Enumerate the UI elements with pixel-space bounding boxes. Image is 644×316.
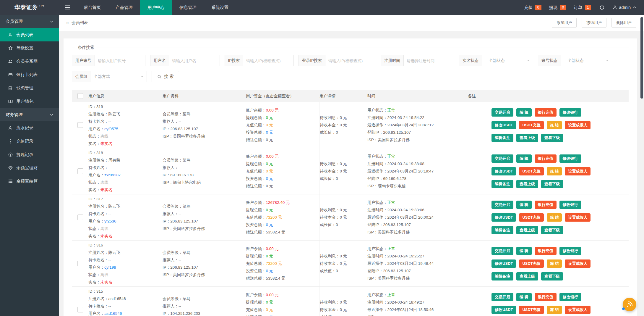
view-downline-button[interactable]: 查看下级: [541, 272, 563, 280]
withdraw-total[interactable]: 0 元: [266, 208, 273, 212]
edit-button[interactable]: 编 辑: [516, 247, 532, 255]
nav-stat-orders[interactable]: 订单 1: [574, 5, 591, 10]
nav-item-products[interactable]: 产品管理: [108, 0, 140, 15]
invest-total[interactable]: 0 元: [266, 315, 273, 316]
recharge-total[interactable]: 73200 元: [266, 261, 282, 266]
sidebar-item-bank-card-list[interactable]: 银行卡列表: [0, 68, 59, 81]
trade-open-button[interactable]: 交易开启: [491, 108, 513, 117]
edit-bank-button[interactable]: 修改银行: [559, 201, 581, 209]
sidebar-item-withdraw-records[interactable]: 提现记录: [0, 148, 59, 161]
username-link[interactable]: cyf0575: [104, 127, 118, 131]
member-group-select[interactable]: 全部方式: [91, 71, 147, 82]
username-link[interactable]: zxr89287: [104, 173, 121, 177]
usdt-recharge-button[interactable]: USDT充值: [519, 167, 544, 175]
invest-total[interactable]: 0 元: [266, 269, 273, 273]
edit-note-button[interactable]: 编辑备注: [491, 134, 513, 142]
sidebar-item-yuebao-settle[interactable]: 余额宝结算: [0, 175, 59, 188]
trade-open-button[interactable]: 交易开启: [491, 154, 513, 163]
username-link[interactable]: cyf198: [104, 265, 116, 270]
edit-usdt-button[interactable]: 修改USDT: [491, 306, 516, 314]
row-checkbox[interactable]: [77, 168, 83, 174]
edit-note-button[interactable]: 编辑备注: [491, 180, 513, 188]
set-fake-button[interactable]: 设置成假人: [565, 306, 591, 314]
freeze-button[interactable]: 冻 结: [547, 121, 562, 129]
delete-user-button[interactable]: 删除用户: [611, 18, 636, 28]
edit-button[interactable]: 编 辑: [516, 154, 532, 163]
floating-support-button[interactable]: [623, 298, 636, 311]
view-downline-button[interactable]: 查看下级: [541, 134, 563, 142]
edit-bank-button[interactable]: 修改银行: [559, 293, 581, 301]
filter-input[interactable]: [243, 55, 294, 66]
row-checkbox[interactable]: [77, 215, 83, 220]
refresh-icon[interactable]: [599, 5, 604, 10]
filter-input[interactable]: [169, 55, 220, 66]
recharge-total[interactable]: 0 元: [266, 123, 273, 127]
username-link[interactable]: asd16546: [104, 311, 122, 316]
sidebar-item-user-wallet[interactable]: 用户钱包: [0, 95, 59, 108]
balance-amount[interactable]: 0.00 元: [266, 246, 279, 251]
usdt-recharge-button[interactable]: USDT充值: [519, 306, 544, 314]
sidebar-item-member-list[interactable]: 会员列表: [0, 28, 59, 41]
trade-open-button[interactable]: 交易开启: [491, 201, 513, 209]
trade-open-button[interactable]: 交易开启: [491, 293, 513, 301]
edit-usdt-button[interactable]: 修改USDT: [491, 213, 516, 222]
trade-open-button[interactable]: 交易开启: [491, 247, 513, 255]
edit-note-button[interactable]: 编辑备注: [491, 272, 513, 280]
window-scrollbar-thumb[interactable]: [640, 17, 643, 99]
freeze-button[interactable]: 冻 结: [547, 259, 562, 268]
row-checkbox[interactable]: [77, 307, 83, 312]
usdt-recharge-button[interactable]: USDT充值: [519, 259, 544, 268]
edit-bank-button[interactable]: 修改银行: [559, 108, 581, 117]
set-fake-button[interactable]: 设置成假人: [565, 167, 591, 175]
withdraw-total[interactable]: 0 元: [266, 162, 273, 166]
freeze-button[interactable]: 冻 结: [547, 306, 562, 314]
view-downline-button[interactable]: 查看下级: [541, 226, 563, 234]
set-fake-button[interactable]: 设置成假人: [565, 121, 591, 129]
add-user-button[interactable]: 添加用户: [552, 18, 577, 28]
nav-item-home[interactable]: 后台首页: [76, 0, 108, 15]
view-downline-button[interactable]: 查看下级: [541, 180, 563, 188]
sidebar-item-recharge-records[interactable]: 充值记录: [0, 135, 59, 148]
row-checkbox[interactable]: [77, 261, 83, 266]
user-menu[interactable]: admin: [613, 5, 637, 10]
recharge-total[interactable]: 73200 元: [266, 215, 282, 220]
set-fake-button[interactable]: 设置成假人: [565, 213, 591, 222]
edit-usdt-button[interactable]: 修改USDT: [491, 167, 516, 175]
sidebar-item-yuebao-invest[interactable]: 余额宝理财: [0, 161, 59, 175]
nav-item-system[interactable]: 系统设置: [204, 0, 236, 15]
edit-bank-button[interactable]: 修改银行: [559, 247, 581, 255]
filter-input[interactable]: [95, 55, 145, 66]
nav-item-user-center[interactable]: 用户中心: [140, 0, 172, 15]
edit-note-button[interactable]: 编辑备注: [491, 226, 513, 234]
balance-amount[interactable]: 0.00 元: [266, 154, 279, 159]
edit-button[interactable]: 编 辑: [516, 201, 532, 209]
recharge-total[interactable]: 0 元: [266, 307, 273, 312]
balance-amount[interactable]: 0.00 元: [266, 108, 279, 112]
sidebar-item-wallet-mgmt[interactable]: 钱包管理: [0, 81, 59, 95]
filter-input[interactable]: [325, 55, 376, 66]
invest-total[interactable]: 0 元: [266, 130, 273, 135]
filter-select[interactable]: -- 全部状态 --: [561, 55, 612, 66]
sidebar-item-flow-records[interactable]: 流水记录: [0, 121, 59, 135]
view-upline-button[interactable]: 查看上级: [516, 180, 538, 188]
invest-total[interactable]: 0 元: [266, 223, 273, 227]
filter-input[interactable]: [403, 55, 454, 66]
view-upline-button[interactable]: 查看上级: [516, 272, 538, 280]
edit-bank-button[interactable]: 修改银行: [559, 154, 581, 163]
search-button[interactable]: 搜 索: [152, 71, 179, 82]
usdt-recharge-button[interactable]: USDT充值: [519, 213, 544, 222]
edit-usdt-button[interactable]: 修改USDT: [491, 121, 516, 129]
freeze-button[interactable]: 冻 结: [547, 167, 562, 175]
sidebar-group-member-mgmt[interactable]: 会员管理: [0, 15, 59, 28]
freeze-button[interactable]: 冻 结: [547, 213, 562, 222]
withdraw-total[interactable]: 0 元: [266, 254, 273, 258]
view-upline-button[interactable]: 查看上级: [516, 134, 538, 142]
nav-stat-withdraw[interactable]: 提现 0: [549, 5, 566, 10]
set-fake-button[interactable]: 设置成假人: [565, 259, 591, 268]
sidebar-group-finance-mgmt[interactable]: 财务管理: [0, 108, 59, 121]
menu-toggle-icon[interactable]: [59, 0, 76, 15]
nav-item-info[interactable]: 信息管理: [172, 0, 204, 15]
bank-recharge-button[interactable]: 银行充值: [535, 154, 557, 163]
bank-recharge-button[interactable]: 银行充值: [535, 247, 557, 255]
bank-recharge-button[interactable]: 银行充值: [535, 108, 557, 117]
